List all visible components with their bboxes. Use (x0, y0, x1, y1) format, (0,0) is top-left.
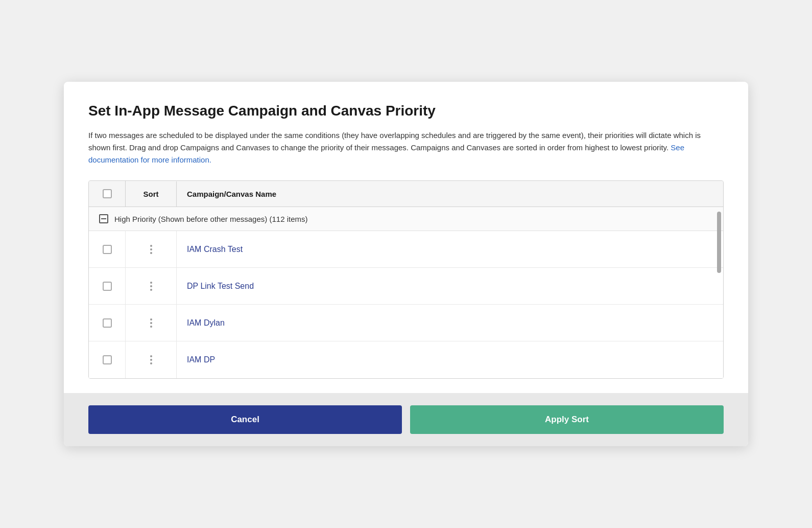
group-label: High Priority (Shown before other messag… (114, 215, 308, 223)
scrollbar-indicator[interactable] (717, 212, 721, 273)
modal-title: Set In-App Message Campaign and Canvas P… (88, 102, 724, 120)
header-sort-col: Sort (126, 181, 177, 206)
drag-handle-2[interactable] (148, 280, 154, 293)
modal-description: If two messages are scheduled to be disp… (88, 129, 724, 166)
modal-content: Set In-App Message Campaign and Canvas P… (64, 82, 748, 379)
row-checkbox-3[interactable] (103, 318, 112, 328)
drag-handle-3[interactable] (148, 316, 154, 330)
sort-column-label: Sort (144, 190, 159, 198)
row-name-col-1: IAM Crash Test (177, 237, 723, 262)
table-body: High Priority (Shown before other messag… (89, 207, 723, 378)
collapse-group-icon[interactable] (99, 214, 108, 223)
row-name-col-2: DP Link Test Send (177, 273, 723, 299)
name-column-label: Campaign/Canvas Name (187, 190, 276, 198)
row-checkbox-col (89, 341, 126, 378)
row-name-col-4: IAM DP (177, 347, 723, 373)
drag-handle-1[interactable] (148, 243, 154, 256)
row-sort-col-4[interactable] (126, 341, 177, 378)
cancel-button[interactable]: Cancel (88, 405, 402, 434)
campaign-link-3[interactable]: IAM Dylan (187, 318, 225, 327)
row-checkbox-col (89, 268, 126, 304)
row-checkbox-col (89, 305, 126, 341)
group-row: High Priority (Shown before other messag… (89, 207, 723, 231)
table-row: IAM Crash Test (89, 231, 723, 268)
drag-handle-4[interactable] (148, 353, 154, 366)
apply-sort-button[interactable]: Apply Sort (410, 405, 724, 434)
select-all-checkbox[interactable] (103, 189, 112, 198)
row-sort-col-3[interactable] (126, 305, 177, 341)
row-checkbox-2[interactable] (103, 282, 112, 291)
row-sort-col-2[interactable] (126, 268, 177, 304)
row-name-col-3: IAM Dylan (177, 310, 723, 336)
header-name-col: Campaign/Canvas Name (177, 181, 723, 206)
row-checkbox-1[interactable] (103, 245, 112, 254)
modal-footer: Cancel Apply Sort (64, 393, 748, 446)
header-checkbox-col (89, 181, 126, 206)
row-checkbox-col (89, 231, 126, 267)
table-row: DP Link Test Send (89, 268, 723, 305)
priority-table: Sort Campaign/Canvas Name High Priority … (88, 180, 724, 379)
campaign-link-4[interactable]: IAM DP (187, 355, 215, 364)
row-checkbox-4[interactable] (103, 355, 112, 364)
modal-container: Set In-App Message Campaign and Canvas P… (64, 82, 748, 447)
table-row: IAM Dylan (89, 305, 723, 341)
campaign-link-2[interactable]: DP Link Test Send (187, 282, 254, 290)
table-row: IAM DP (89, 341, 723, 378)
table-header: Sort Campaign/Canvas Name (89, 181, 723, 207)
row-sort-col-1[interactable] (126, 231, 177, 267)
campaign-link-1[interactable]: IAM Crash Test (187, 245, 243, 254)
